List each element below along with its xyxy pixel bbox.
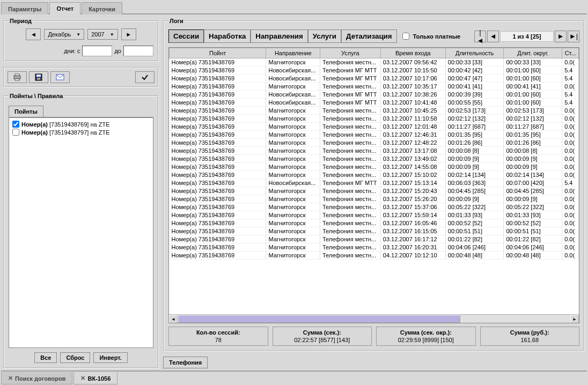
cell: Номер(а) 73519438769	[170, 227, 266, 235]
table-row[interactable]: Номер(а) 73519438769МагнитогорскТелефони…	[170, 58, 579, 66]
sub-tab-telephony[interactable]: Телефония	[163, 357, 208, 368]
table-row[interactable]: Номер(а) 73519438769МагнитогорскТелефони…	[170, 147, 579, 155]
cell: 03.12.2007 16:05:46	[380, 219, 445, 227]
log-btn-0[interactable]: Сессии	[168, 29, 204, 43]
point-checkbox[interactable]	[12, 129, 19, 136]
cell: 00:01:22 [82]	[504, 235, 562, 243]
table-row[interactable]: Номер(а) 73519438769МагнитогорскТелефони…	[170, 139, 579, 147]
h-scrollbar[interactable]: ◄ ►	[169, 314, 579, 323]
month-combo[interactable]: Декабрь ▼	[44, 29, 84, 40]
table-row[interactable]: Номер(а) 73519438769МагнитогорскТелефони…	[170, 203, 579, 211]
period-prev[interactable]: ◄	[26, 28, 41, 40]
cell: Телефония местн...	[320, 227, 380, 235]
table-row[interactable]: Номер(а) 73519438769МагнитогорскТелефони…	[170, 187, 579, 195]
save-icon[interactable]	[29, 71, 48, 83]
points-tab[interactable]: Пойнты	[9, 106, 43, 117]
tab-cards[interactable]: Карточки	[82, 2, 122, 14]
column-header[interactable]: Направление	[266, 48, 320, 58]
btn-reset[interactable]: Сброс	[60, 352, 90, 363]
btn-all[interactable]: Все	[34, 352, 57, 363]
table-row[interactable]: Номер(а) 73519438769МагнитогорскТелефони…	[170, 155, 579, 163]
cell: 00:02:53 [173]	[445, 107, 504, 115]
table-row[interactable]: Номер(а) 73519438769МагнитогорскТелефони…	[170, 107, 579, 115]
pager-first[interactable]: |◄	[474, 31, 486, 42]
table-row[interactable]: Номер(а) 73519438769МагнитогорскТелефони…	[170, 163, 579, 171]
cell: 00:00:51 [51]	[504, 227, 562, 235]
points-list[interactable]: Номер(а) [73519438769] на ZTEНомер(а) [7…	[9, 117, 153, 348]
main-tabs: Параметры Отчет Карточки	[1, 1, 587, 14]
table-row[interactable]: Номер(а) 73519438769Новосибирская...Теле…	[170, 179, 579, 187]
cell: Магнитогорск	[266, 219, 320, 227]
table-row[interactable]: Номер(а) 73519438769МагнитогорскТелефони…	[170, 227, 579, 235]
table-row[interactable]: Номер(а) 73519438769МагнитогорскТелефони…	[170, 211, 579, 219]
scroll-track[interactable]	[178, 315, 570, 323]
cell: 03.12.2007 15:13:14	[380, 179, 445, 187]
log-btn-4[interactable]: Детализация	[341, 29, 397, 43]
total-sessions-label: Кол-во сессий:	[170, 329, 267, 336]
log-btn-2[interactable]: Направления	[251, 29, 307, 43]
logs-table[interactable]: ПойнтНаправлениеУслугаВремя входаДлитель…	[169, 48, 579, 260]
point-checkbox[interactable]	[12, 121, 19, 128]
cell: 00:00:09 [9]	[504, 163, 562, 171]
scroll-right-icon[interactable]: ►	[570, 315, 579, 323]
table-row[interactable]: Номер(а) 73519438769Новосибирская...Теле…	[170, 75, 579, 83]
table-row[interactable]: Номер(а) 73519438769МагнитогорскТелефони…	[170, 195, 579, 203]
tab-report[interactable]: Отчет	[49, 2, 80, 14]
column-header[interactable]: Время входа	[380, 48, 445, 58]
pager-next[interactable]: ►	[555, 31, 567, 42]
table-row[interactable]: Номер(а) 73519438769МагнитогорскТелефони…	[170, 251, 579, 260]
cell: Телефония местн...	[320, 195, 380, 203]
cell: Телефония МГ МТТ	[320, 75, 380, 83]
year-combo[interactable]: 2007 ▼	[87, 29, 117, 40]
table-row[interactable]: Номер(а) 73519438769Новосибирская...Теле…	[170, 66, 579, 75]
column-header[interactable]: Длительность	[445, 48, 504, 58]
scroll-thumb[interactable]	[178, 315, 460, 323]
log-btn-1[interactable]: Наработка	[204, 29, 251, 43]
pager-last[interactable]: ►|	[568, 31, 579, 42]
table-row[interactable]: Номер(а) 73519438769МагнитогорскТелефони…	[170, 235, 579, 243]
cell: 5.4	[562, 99, 579, 107]
btn-invert[interactable]: Инверт.	[93, 352, 127, 363]
paid-only-checkbox[interactable]	[402, 33, 409, 40]
table-row[interactable]: Номер(а) 73519438769МагнитогорскТелефони…	[170, 219, 579, 227]
cell: 00:01:00 [60]	[504, 99, 562, 107]
cell: Номер(а) 73519438769	[170, 155, 266, 163]
column-header[interactable]: Длит. округ.	[504, 48, 562, 58]
bottom-tab-vk[interactable]: ✕ ВК-1056	[74, 372, 117, 384]
tab-params[interactable]: Параметры	[1, 2, 48, 14]
table-row[interactable]: Номер(а) 73519438769Новосибирская...Теле…	[170, 91, 579, 99]
column-header[interactable]: Ст...	[562, 48, 579, 58]
table-row[interactable]: Номер(а) 73519438769Новосибирская...Теле…	[170, 99, 579, 107]
svg-rect-1	[15, 74, 19, 76]
close-icon[interactable]: ✕	[80, 375, 85, 382]
print-icon[interactable]	[8, 71, 27, 83]
list-item[interactable]: Номер(а) [73519438769] на ZTE	[12, 120, 150, 128]
mail-icon[interactable]	[50, 71, 70, 83]
cell: Номер(а) 73519438769	[170, 203, 266, 211]
bottom-tab-search[interactable]: ✕ Поиск договоров	[1, 372, 72, 384]
cell: Телефония местн...	[320, 243, 380, 251]
column-header[interactable]: Услуга	[320, 48, 380, 58]
table-row[interactable]: Номер(а) 73519438769МагнитогорскТелефони…	[170, 123, 579, 131]
pager-prev[interactable]: ◄	[487, 31, 499, 42]
cell: Телефония местн...	[320, 251, 380, 260]
column-header[interactable]: Пойнт	[170, 48, 266, 58]
days-from-input[interactable]	[82, 46, 112, 56]
table-row[interactable]: Номер(а) 73519438769МагнитогорскТелефони…	[170, 83, 579, 91]
apply-icon[interactable]	[135, 71, 155, 83]
table-row[interactable]: Номер(а) 73519438769МагнитогорскТелефони…	[170, 115, 579, 123]
cell: 00:05:22 [322]	[445, 203, 504, 211]
cell: Телефония местн...	[320, 147, 380, 155]
table-row[interactable]: Номер(а) 73519438769МагнитогорскТелефони…	[170, 131, 579, 139]
period-next[interactable]: ►	[121, 28, 136, 40]
paid-only-check[interactable]: Только платные	[400, 31, 461, 41]
table-row[interactable]: Номер(а) 73519438769МагнитогорскТелефони…	[170, 171, 579, 179]
log-btn-3[interactable]: Услуги	[308, 29, 341, 43]
table-row[interactable]: Номер(а) 73519438769МагнитогорскТелефони…	[170, 243, 579, 251]
scroll-left-icon[interactable]: ◄	[169, 315, 178, 323]
cell: 0.0(	[562, 243, 579, 251]
days-to-input[interactable]	[123, 46, 153, 56]
sub-tabs: Телефония	[163, 354, 585, 368]
list-item[interactable]: Номер(а) [73519438797] на ZTE	[12, 128, 150, 136]
close-icon[interactable]: ✕	[8, 375, 13, 382]
